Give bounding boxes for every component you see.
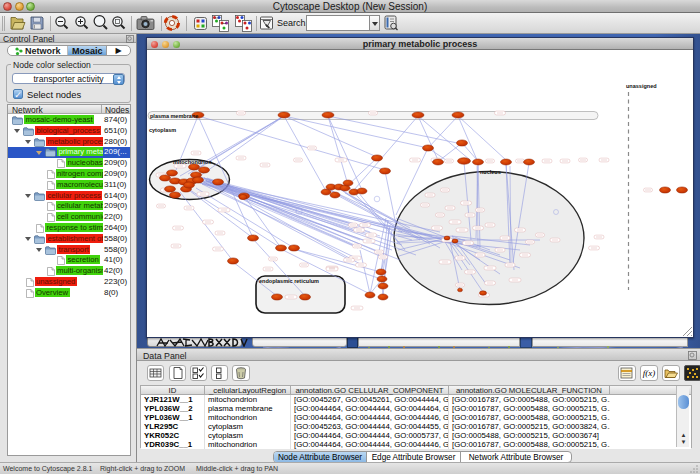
svg-text:cytoplasm: cytoplasm bbox=[149, 127, 176, 133]
svg-text:endoplasmic reticulum: endoplasmic reticulum bbox=[259, 278, 319, 284]
svg-text:unassigned: unassigned bbox=[626, 83, 657, 89]
svg-text:plasma membrane: plasma membrane bbox=[150, 113, 198, 119]
svg-text:nucleus: nucleus bbox=[480, 169, 501, 175]
svg-text:mitochondrion: mitochondrion bbox=[173, 159, 212, 165]
